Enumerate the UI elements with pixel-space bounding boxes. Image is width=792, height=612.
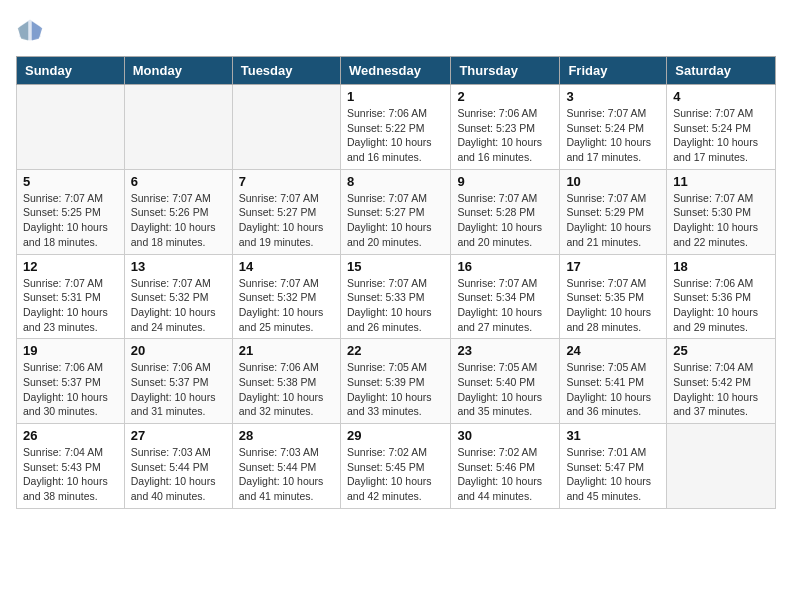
day-info: Sunrise: 7:04 AM Sunset: 5:43 PM Dayligh… (23, 445, 118, 504)
calendar-cell: 6Sunrise: 7:07 AM Sunset: 5:26 PM Daylig… (124, 169, 232, 254)
calendar-cell: 20Sunrise: 7:06 AM Sunset: 5:37 PM Dayli… (124, 339, 232, 424)
day-number: 5 (23, 174, 118, 189)
day-info: Sunrise: 7:04 AM Sunset: 5:42 PM Dayligh… (673, 360, 769, 419)
calendar-week-4: 19Sunrise: 7:06 AM Sunset: 5:37 PM Dayli… (17, 339, 776, 424)
page-header (16, 16, 776, 44)
day-number: 31 (566, 428, 660, 443)
day-number: 28 (239, 428, 334, 443)
day-info: Sunrise: 7:07 AM Sunset: 5:27 PM Dayligh… (239, 191, 334, 250)
svg-marker-2 (18, 21, 29, 40)
calendar-cell: 27Sunrise: 7:03 AM Sunset: 5:44 PM Dayli… (124, 424, 232, 509)
calendar-table: SundayMondayTuesdayWednesdayThursdayFrid… (16, 56, 776, 509)
calendar-header-row: SundayMondayTuesdayWednesdayThursdayFrid… (17, 57, 776, 85)
calendar-cell: 19Sunrise: 7:06 AM Sunset: 5:37 PM Dayli… (17, 339, 125, 424)
day-number: 16 (457, 259, 553, 274)
day-info: Sunrise: 7:05 AM Sunset: 5:41 PM Dayligh… (566, 360, 660, 419)
day-info: Sunrise: 7:06 AM Sunset: 5:22 PM Dayligh… (347, 106, 444, 165)
day-info: Sunrise: 7:06 AM Sunset: 5:36 PM Dayligh… (673, 276, 769, 335)
calendar-cell: 3Sunrise: 7:07 AM Sunset: 5:24 PM Daylig… (560, 85, 667, 170)
day-info: Sunrise: 7:07 AM Sunset: 5:26 PM Dayligh… (131, 191, 226, 250)
day-number: 12 (23, 259, 118, 274)
logo-icon (16, 16, 44, 44)
calendar-cell: 18Sunrise: 7:06 AM Sunset: 5:36 PM Dayli… (667, 254, 776, 339)
day-number: 20 (131, 343, 226, 358)
calendar-week-3: 12Sunrise: 7:07 AM Sunset: 5:31 PM Dayli… (17, 254, 776, 339)
column-header-wednesday: Wednesday (340, 57, 450, 85)
day-number: 23 (457, 343, 553, 358)
day-info: Sunrise: 7:07 AM Sunset: 5:30 PM Dayligh… (673, 191, 769, 250)
calendar-cell: 24Sunrise: 7:05 AM Sunset: 5:41 PM Dayli… (560, 339, 667, 424)
calendar-cell (667, 424, 776, 509)
day-number: 15 (347, 259, 444, 274)
calendar-cell: 11Sunrise: 7:07 AM Sunset: 5:30 PM Dayli… (667, 169, 776, 254)
day-info: Sunrise: 7:07 AM Sunset: 5:29 PM Dayligh… (566, 191, 660, 250)
calendar-cell: 10Sunrise: 7:07 AM Sunset: 5:29 PM Dayli… (560, 169, 667, 254)
day-number: 4 (673, 89, 769, 104)
day-info: Sunrise: 7:06 AM Sunset: 5:38 PM Dayligh… (239, 360, 334, 419)
calendar-cell: 17Sunrise: 7:07 AM Sunset: 5:35 PM Dayli… (560, 254, 667, 339)
calendar-cell: 12Sunrise: 7:07 AM Sunset: 5:31 PM Dayli… (17, 254, 125, 339)
column-header-saturday: Saturday (667, 57, 776, 85)
column-header-monday: Monday (124, 57, 232, 85)
day-info: Sunrise: 7:07 AM Sunset: 5:25 PM Dayligh… (23, 191, 118, 250)
day-number: 14 (239, 259, 334, 274)
day-info: Sunrise: 7:07 AM Sunset: 5:24 PM Dayligh… (566, 106, 660, 165)
day-number: 26 (23, 428, 118, 443)
calendar-cell (124, 85, 232, 170)
column-header-thursday: Thursday (451, 57, 560, 85)
calendar-cell: 30Sunrise: 7:02 AM Sunset: 5:46 PM Dayli… (451, 424, 560, 509)
calendar-cell: 1Sunrise: 7:06 AM Sunset: 5:22 PM Daylig… (340, 85, 450, 170)
day-number: 6 (131, 174, 226, 189)
calendar-cell (17, 85, 125, 170)
day-info: Sunrise: 7:07 AM Sunset: 5:32 PM Dayligh… (239, 276, 334, 335)
column-header-sunday: Sunday (17, 57, 125, 85)
calendar-week-2: 5Sunrise: 7:07 AM Sunset: 5:25 PM Daylig… (17, 169, 776, 254)
calendar-cell: 31Sunrise: 7:01 AM Sunset: 5:47 PM Dayli… (560, 424, 667, 509)
calendar-cell: 26Sunrise: 7:04 AM Sunset: 5:43 PM Dayli… (17, 424, 125, 509)
calendar-cell: 28Sunrise: 7:03 AM Sunset: 5:44 PM Dayli… (232, 424, 340, 509)
day-info: Sunrise: 7:03 AM Sunset: 5:44 PM Dayligh… (239, 445, 334, 504)
calendar-week-5: 26Sunrise: 7:04 AM Sunset: 5:43 PM Dayli… (17, 424, 776, 509)
day-number: 24 (566, 343, 660, 358)
calendar-cell: 4Sunrise: 7:07 AM Sunset: 5:24 PM Daylig… (667, 85, 776, 170)
column-header-friday: Friday (560, 57, 667, 85)
day-number: 29 (347, 428, 444, 443)
day-number: 22 (347, 343, 444, 358)
calendar-cell: 16Sunrise: 7:07 AM Sunset: 5:34 PM Dayli… (451, 254, 560, 339)
day-number: 3 (566, 89, 660, 104)
calendar-cell: 15Sunrise: 7:07 AM Sunset: 5:33 PM Dayli… (340, 254, 450, 339)
day-number: 30 (457, 428, 553, 443)
calendar-cell: 9Sunrise: 7:07 AM Sunset: 5:28 PM Daylig… (451, 169, 560, 254)
day-info: Sunrise: 7:01 AM Sunset: 5:47 PM Dayligh… (566, 445, 660, 504)
calendar-cell: 29Sunrise: 7:02 AM Sunset: 5:45 PM Dayli… (340, 424, 450, 509)
day-number: 25 (673, 343, 769, 358)
day-number: 27 (131, 428, 226, 443)
day-info: Sunrise: 7:02 AM Sunset: 5:46 PM Dayligh… (457, 445, 553, 504)
calendar-cell: 5Sunrise: 7:07 AM Sunset: 5:25 PM Daylig… (17, 169, 125, 254)
calendar-cell (232, 85, 340, 170)
day-info: Sunrise: 7:07 AM Sunset: 5:35 PM Dayligh… (566, 276, 660, 335)
calendar-cell: 14Sunrise: 7:07 AM Sunset: 5:32 PM Dayli… (232, 254, 340, 339)
day-info: Sunrise: 7:05 AM Sunset: 5:39 PM Dayligh… (347, 360, 444, 419)
day-number: 18 (673, 259, 769, 274)
day-number: 17 (566, 259, 660, 274)
logo (16, 16, 48, 44)
day-info: Sunrise: 7:07 AM Sunset: 5:31 PM Dayligh… (23, 276, 118, 335)
calendar-cell: 2Sunrise: 7:06 AM Sunset: 5:23 PM Daylig… (451, 85, 560, 170)
day-number: 11 (673, 174, 769, 189)
day-info: Sunrise: 7:07 AM Sunset: 5:28 PM Dayligh… (457, 191, 553, 250)
day-info: Sunrise: 7:06 AM Sunset: 5:37 PM Dayligh… (23, 360, 118, 419)
calendar-cell: 13Sunrise: 7:07 AM Sunset: 5:32 PM Dayli… (124, 254, 232, 339)
day-info: Sunrise: 7:02 AM Sunset: 5:45 PM Dayligh… (347, 445, 444, 504)
calendar-week-1: 1Sunrise: 7:06 AM Sunset: 5:22 PM Daylig… (17, 85, 776, 170)
svg-marker-1 (32, 21, 43, 40)
day-number: 21 (239, 343, 334, 358)
day-info: Sunrise: 7:07 AM Sunset: 5:32 PM Dayligh… (131, 276, 226, 335)
day-number: 13 (131, 259, 226, 274)
day-info: Sunrise: 7:06 AM Sunset: 5:23 PM Dayligh… (457, 106, 553, 165)
calendar-cell: 7Sunrise: 7:07 AM Sunset: 5:27 PM Daylig… (232, 169, 340, 254)
day-number: 9 (457, 174, 553, 189)
calendar-cell: 25Sunrise: 7:04 AM Sunset: 5:42 PM Dayli… (667, 339, 776, 424)
calendar-cell: 22Sunrise: 7:05 AM Sunset: 5:39 PM Dayli… (340, 339, 450, 424)
day-number: 1 (347, 89, 444, 104)
